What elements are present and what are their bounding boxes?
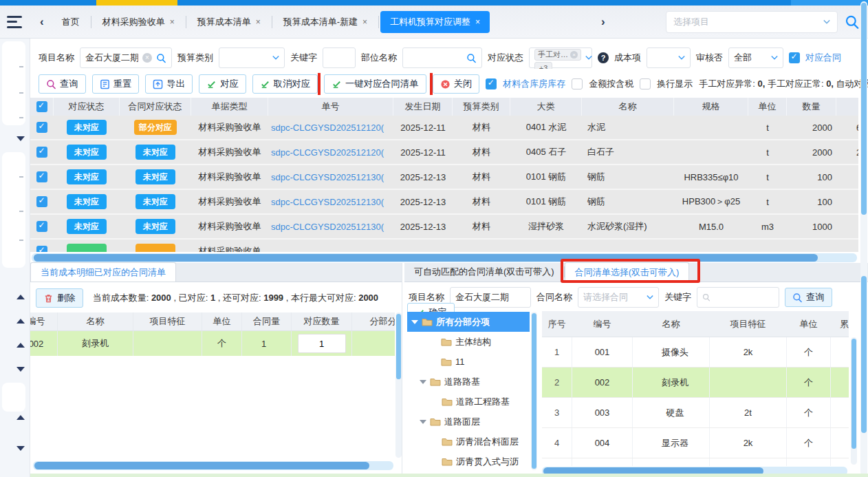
scrollbar-thumb[interactable] <box>396 314 401 379</box>
doc-no-link[interactable]: sdpc-CLCGYSD202512130( <box>271 222 384 232</box>
col-code[interactable]: 编号 <box>30 312 58 330</box>
table-row[interactable]: 未对应 未对应 材料采购验收单 sdpc-CLCGYSD202512120( 2… <box>30 140 858 165</box>
match-status-multiselect[interactable]: 手工对…× +3 <box>529 47 592 68</box>
tab-contract-list-select[interactable]: 合同清单选择(双击可带入) <box>565 262 690 282</box>
tree-caret-icon[interactable] <box>420 380 426 384</box>
query-button[interactable]: 查询 <box>785 288 832 307</box>
col-feature[interactable]: 项目特征 <box>710 311 787 337</box>
col-doc-type[interactable]: 单据类型 <box>191 98 268 116</box>
table-row[interactable]: 3 003 硬盘 2t 个 <box>542 398 849 428</box>
table-row[interactable]: 4 004 显示器 2k 个 <box>542 428 849 458</box>
col-name[interactable]: 名称 <box>633 311 710 337</box>
table-row[interactable]: 002 刻录机 个 1 <box>30 331 395 356</box>
tab-matched-contract-list[interactable]: 当前成本明细已对应的合同清单 <box>30 262 176 282</box>
col-unit[interactable]: 单位 <box>202 312 242 330</box>
amount-tax-checkbox[interactable] <box>572 78 583 89</box>
col-name[interactable]: 名称 <box>58 312 133 330</box>
keyword-input[interactable] <box>697 287 779 308</box>
keyword-value[interactable] <box>715 293 774 303</box>
scrollbar-thumb[interactable] <box>861 276 867 433</box>
col-unit[interactable]: 单位 <box>787 311 831 337</box>
vertical-scrollbar[interactable] <box>851 337 857 465</box>
vertical-scrollbar[interactable] <box>395 312 402 458</box>
tab-home[interactable]: 首页 <box>52 11 89 33</box>
col-name[interactable]: 名称 <box>582 98 674 116</box>
row-checkbox[interactable] <box>36 147 47 158</box>
tree-node-main-structure[interactable]: 主体结构 <box>407 332 530 352</box>
position-name-value[interactable] <box>408 53 462 63</box>
table-row-partial[interactable]: 材料采购验收单 <box>30 240 858 252</box>
doc-no-link[interactable]: sdpc-CLCGYSD202512120( <box>271 147 384 158</box>
horizontal-scrollbar[interactable] <box>33 461 393 470</box>
project-select[interactable]: 选择项目 <box>666 11 838 33</box>
col-feature[interactable]: 项目特征 <box>133 312 202 330</box>
keyword-input[interactable] <box>323 47 356 68</box>
contract-match-checkbox[interactable] <box>789 52 800 63</box>
col-date[interactable]: 发生日期 <box>393 98 453 116</box>
tabs-scroll-left-icon[interactable]: ‹ <box>33 15 51 29</box>
material-stock-checkbox[interactable] <box>486 78 497 89</box>
scrollbar-thumb[interactable] <box>851 339 856 449</box>
scrollbar-thumb[interactable] <box>861 3 867 215</box>
tree-node-road-eng-subgrade[interactable]: 道路工程路基 <box>407 392 530 412</box>
col-amount[interactable]: 金额 <box>836 98 858 116</box>
table-row[interactable]: 1 001 摄像头 2k 个 <box>542 337 849 368</box>
close-icon[interactable]: × <box>362 17 367 27</box>
col-code[interactable]: 编号 <box>572 311 633 337</box>
chevron-up-icon[interactable] <box>17 319 25 324</box>
tab-budget-cost-list[interactable]: 预算成本清单× <box>188 11 270 33</box>
col-qty[interactable]: 数量 <box>787 98 836 116</box>
tab-auto-match-list[interactable]: 可自动匹配的合同清单(双击可带入) <box>404 262 564 282</box>
chevron-up-icon[interactable] <box>17 295 25 299</box>
tree-caret-icon[interactable] <box>420 420 426 424</box>
col-contract-status[interactable]: 合同对应状态 <box>120 98 191 116</box>
contract-select[interactable]: 请选择合同 <box>578 287 659 308</box>
scrollbar-thumb[interactable] <box>532 313 536 469</box>
tree-node-all-sections[interactable]: 所有分部分项 <box>407 312 530 332</box>
row-checkbox[interactable] <box>36 246 47 252</box>
col-contract-qty[interactable]: 合同量 <box>242 312 292 330</box>
chevron-down-icon[interactable] <box>17 446 25 451</box>
tab-budget-cost-new[interactable]: 预算成本清单-新建× <box>274 11 377 33</box>
close-button[interactable]: 关闭 <box>433 74 480 94</box>
tab-budget-match-adjust[interactable]: 工料机预算对应调整× <box>380 11 490 33</box>
page-vertical-scrollbar[interactable] <box>860 1 867 476</box>
chevron-up-icon[interactable] <box>17 343 25 348</box>
table-row-selected[interactable]: 2 002 刻录机 个 <box>542 368 849 398</box>
table-row[interactable]: 未对应 部分对应 材料采购验收单 sdpc-CLCGYSD202512120( … <box>30 116 858 140</box>
query-button[interactable]: 查询 <box>39 74 86 94</box>
wrap-display-checkbox[interactable] <box>640 78 651 89</box>
chevron-down-icon[interactable] <box>17 367 25 372</box>
row-checkbox[interactable] <box>36 171 47 182</box>
collapsed-sidebar[interactable] <box>0 39 30 477</box>
scrollbar-thumb[interactable] <box>34 254 818 262</box>
tab-material-receipt[interactable]: 材料采购验收单× <box>93 11 184 33</box>
position-name-input[interactable] <box>402 47 482 68</box>
cost-item-select[interactable] <box>647 47 691 68</box>
col-matched-qty[interactable]: 对应数量 <box>292 312 352 330</box>
table-row[interactable]: 未对应 未对应 材料采购验收单 sdpc-CLCGYSD202512130( 2… <box>30 190 858 215</box>
close-icon[interactable]: × <box>256 17 261 27</box>
project-name-input[interactable] <box>450 287 531 308</box>
col-unit[interactable]: 单位 <box>748 98 787 116</box>
vertical-scrollbar[interactable] <box>531 312 537 470</box>
search-icon[interactable] <box>156 53 166 63</box>
budget-type-select[interactable] <box>219 47 285 68</box>
doc-no-link[interactable]: sdpc-CLCGYSD202512120( <box>271 123 384 133</box>
chevron-down-icon[interactable] <box>17 136 25 141</box>
horizontal-scrollbar[interactable] <box>32 253 857 262</box>
col-accumulated[interactable]: 累 <box>831 311 849 337</box>
project-name-value[interactable] <box>85 53 138 63</box>
col-index[interactable]: 序号 <box>542 311 572 337</box>
doc-no-link[interactable]: sdpc-CLCGYSD202512130( <box>271 172 384 182</box>
close-icon[interactable]: × <box>170 17 175 27</box>
search-icon[interactable] <box>845 14 860 30</box>
tree-node-asphalt-mix-surface[interactable]: 沥青混合料面层 <box>407 432 530 452</box>
delete-button[interactable]: 删除 <box>36 288 83 308</box>
col-budget[interactable]: 预算类别 <box>453 98 510 116</box>
export-button[interactable]: 导出 <box>145 74 193 94</box>
chevron-up-icon[interactable] <box>17 415 25 420</box>
close-icon[interactable]: × <box>475 17 480 27</box>
scrollbar-thumb[interactable] <box>34 462 369 469</box>
tree-node-road-surface[interactable]: 道路面层 <box>407 412 530 432</box>
